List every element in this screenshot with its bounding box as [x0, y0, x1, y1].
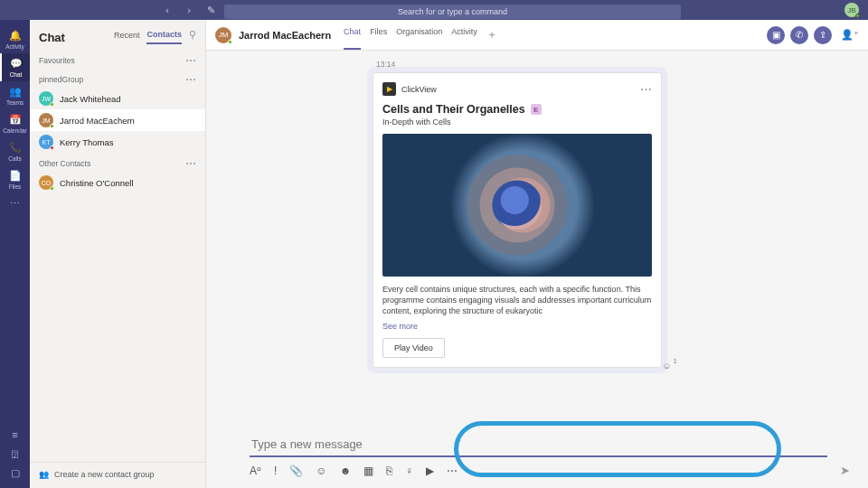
tab-organisation[interactable]: Organisation — [396, 20, 442, 50]
chat-avatar[interactable]: JM — [215, 27, 231, 43]
tab-chat[interactable]: Chat — [344, 20, 361, 50]
add-people-button[interactable]: 👤⁺ — [841, 29, 859, 41]
rail-teams[interactable]: 👥Teams — [0, 81, 30, 109]
rail-label: Files — [9, 183, 22, 190]
contact-name: Christine O'Connell — [60, 178, 134, 188]
priority-icon[interactable]: ! — [274, 465, 277, 477]
app-rail: 🔔Activity 💬Chat 👥Teams 📅Calendar 📞Calls … — [0, 20, 30, 488]
avatar-initials: JM — [219, 31, 229, 39]
filter-icon[interactable]: ⚲ — [189, 29, 196, 44]
presence-dot-icon — [50, 124, 54, 128]
message-time: 13:14 — [373, 60, 662, 69]
presence-dot-icon — [50, 102, 54, 107]
audio-call-button[interactable]: ✆ — [790, 26, 808, 44]
gif-icon[interactable]: ☻ — [340, 465, 352, 477]
see-more-link[interactable]: See more — [382, 322, 652, 331]
card-subtitle: In-Depth with Cells — [382, 117, 652, 127]
search-input[interactable] — [224, 5, 681, 19]
avatar-initials: JM — [42, 117, 50, 124]
section-more-icon[interactable]: ⋯ — [185, 158, 196, 169]
compose-toolbar: Aᵅ ! 📎 ☺ ☻ ▦ ⎘ ♀ ▶ ⋯ — [250, 465, 827, 477]
reaction-button[interactable]: ☺1 — [662, 361, 677, 371]
section-more-icon[interactable]: ⋯ — [185, 74, 196, 85]
create-group-label: Create a new contact group — [54, 470, 155, 479]
rail-help[interactable]: ⍰ — [0, 444, 30, 463]
rail-label: Activity — [5, 43, 24, 50]
avatar-initials: KT — [42, 139, 51, 145]
play-video-button[interactable]: Play Video — [382, 338, 445, 358]
presence-dot-icon — [228, 40, 232, 44]
calendar-icon: 📅 — [9, 114, 22, 126]
new-chat-icon[interactable]: ✎ — [204, 5, 217, 16]
avatar: JM — [39, 113, 53, 127]
contact-row[interactable]: CO Christine O'Connell — [30, 172, 205, 193]
rail-chat[interactable]: 💬Chat — [0, 53, 30, 81]
send-button[interactable]: ➤ — [840, 464, 850, 477]
tab-activity[interactable]: Activity — [451, 20, 477, 50]
contact-name: Jack Whitehead — [60, 94, 121, 104]
contact-row[interactable]: JM Jarrod MacEachern — [30, 109, 205, 131]
avatar: KT — [39, 135, 53, 149]
file-icon: 📄 — [9, 170, 22, 182]
rail-label: Calls — [8, 155, 21, 162]
contact-row[interactable]: KT Kerry Thomas — [30, 131, 205, 153]
ellipsis-icon: ⋯ — [10, 198, 20, 210]
tab-files[interactable]: Files — [370, 20, 387, 50]
video-call-button[interactable]: ▣ — [767, 26, 785, 44]
panel-title: Chat — [39, 31, 65, 44]
current-user-avatar[interactable]: JB — [844, 3, 859, 17]
rail-label: Calendar — [3, 127, 26, 134]
contact-row[interactable]: JW Jack Whitehead — [30, 88, 205, 109]
avatar-initials: JB — [847, 6, 855, 14]
compose-area: Aᵅ ! 📎 ☺ ☻ ▦ ⎘ ♀ ▶ ⋯ ➤ — [206, 427, 868, 488]
section-pinned[interactable]: pinnedGroup ⋯ — [30, 69, 205, 88]
section-other[interactable]: Other Contacts ⋯ — [30, 153, 205, 172]
chat-main: JM Jarrod MacEachern Chat Files Organisa… — [206, 20, 868, 488]
avatar-initials: CO — [42, 180, 52, 186]
section-label: pinnedGroup — [39, 75, 83, 84]
section-more-icon[interactable]: ⋯ — [185, 55, 196, 66]
stream-icon[interactable]: ▶ — [426, 465, 434, 477]
rail-activity[interactable]: 🔔Activity — [0, 25, 30, 53]
praise-icon[interactable]: ♀ — [405, 465, 413, 477]
tab-contacts[interactable]: Contacts — [146, 30, 182, 44]
contact-name: Kerry Thomas — [60, 137, 113, 147]
add-tab-button[interactable]: ＋ — [486, 20, 497, 50]
chat-list-panel: Chat Recent Contacts ⚲ Favourites ⋯ pinn… — [30, 20, 206, 488]
message-input[interactable] — [250, 434, 827, 457]
rail-files[interactable]: 📄Files — [0, 165, 30, 193]
card-more-button[interactable]: ⋯ — [640, 82, 652, 96]
clickview-app-icon: ▶ — [382, 82, 396, 96]
title-bar: ‹ › ✎ JB — [0, 0, 868, 20]
bell-icon: 🔔 — [9, 30, 22, 42]
presence-dot-icon — [50, 145, 54, 150]
share-screen-button[interactable]: ⇪ — [814, 26, 832, 44]
presence-dot-icon — [855, 14, 860, 18]
reaction-count: 1 — [674, 357, 677, 365]
rail-calendar[interactable]: 📅Calendar — [0, 109, 30, 137]
more-icon[interactable]: ⋯ — [447, 465, 458, 477]
back-icon[interactable]: ‹ — [161, 5, 174, 16]
apps-icon: ≡ — [12, 429, 17, 440]
rail-calls[interactable]: 📞Calls — [0, 137, 30, 165]
rail-device[interactable]: ▢ — [0, 463, 30, 483]
sticker-icon[interactable]: ▦ — [363, 465, 373, 477]
rail-label: Chat — [10, 71, 23, 78]
chat-icon: 💬 — [10, 58, 23, 70]
attach-icon[interactable]: 📎 — [289, 465, 303, 477]
section-favourites[interactable]: Favourites ⋯ — [30, 50, 205, 69]
forward-icon[interactable]: › — [183, 5, 195, 16]
avatar: JW — [39, 91, 53, 106]
tab-recent[interactable]: Recent — [114, 31, 140, 43]
rating-badge: E — [531, 104, 542, 115]
create-contact-group-button[interactable]: 👥 Create a new contact group — [30, 462, 205, 488]
emoji-icon[interactable]: ☺ — [316, 465, 326, 477]
avatar-initials: JW — [42, 96, 51, 102]
rail-apps[interactable]: ≡ — [0, 425, 30, 444]
phone-icon: ✆ — [796, 30, 803, 40]
format-icon[interactable]: Aᵅ — [250, 465, 261, 477]
schedule-icon[interactable]: ⎘ — [386, 465, 392, 477]
share-icon: ⇪ — [819, 30, 826, 40]
rail-more[interactable]: ⋯ — [0, 193, 30, 213]
clickview-card: ▶ ClickView ⋯ Cells and Their Organelles… — [373, 72, 662, 368]
